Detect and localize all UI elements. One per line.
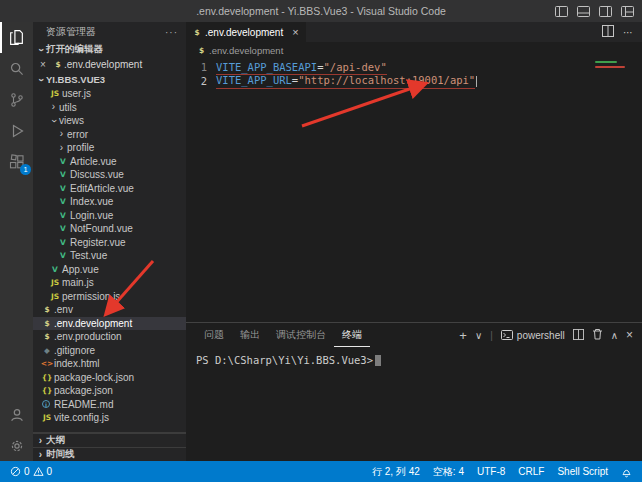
close-icon[interactable]: × [40,59,52,70]
env-file-icon: $ [197,46,206,55]
tree-item-Discuss-vue[interactable]: VDiscuss.vue [33,168,186,182]
tree-item-label: error [67,129,88,140]
text-cursor [476,76,477,87]
tree-item-App-vue[interactable]: VApp.vue [33,263,186,277]
tree-item-Test-vue[interactable]: VTest.vue [33,249,186,263]
tree-item-package-json[interactable]: {}package.json [33,384,186,398]
tree-item-permission-js[interactable]: JSpermission.js [33,290,186,304]
tree-item--env-production[interactable]: $.env.production [33,330,186,344]
extensions-icon[interactable]: 1 [0,146,33,177]
tab-close-icon[interactable]: × [292,26,298,38]
tree-item-views[interactable]: ›views [33,114,186,128]
env-file-icon: $ [193,28,201,37]
panel-tab-output[interactable]: 输出 [232,323,268,347]
account-icon[interactable] [0,399,33,430]
terminal-prompt: PS D:\CSharp\Yi\Yi.BBS.Vue3> [196,354,373,366]
minimap [595,61,629,71]
run-debug-icon[interactable] [0,115,33,146]
tree-item-profile[interactable]: ›profile [33,141,186,155]
project-root-header[interactable]: › YI.BBS.VUE3 [33,72,186,87]
chevron-down-icon: › [36,45,46,54]
tree-item-Index-vue[interactable]: VIndex.vue [33,195,186,209]
timeline-label: 时间线 [46,448,75,461]
tree-item--env-development[interactable]: $.env.development [33,317,186,331]
minimap-line [595,66,625,68]
tab-env-development[interactable]: $ .env.development × [186,22,306,42]
sidebar-more-actions-icon[interactable]: ··· [165,27,178,38]
window-title: .env.development - Yi.BBS.Vue3 - Visual … [196,5,446,17]
vue-file-icon: V [57,170,69,179]
close-panel-icon[interactable]: × [626,328,633,342]
vue-file-icon: V [49,265,61,274]
tree-item-EditArticle-vue[interactable]: VEditArticle.vue [33,182,186,196]
title-bar: .env.development - Yi.BBS.Vue3 - Visual … [0,0,642,22]
open-editor-item[interactable]: × $ .env.development [33,57,186,72]
tree-item-index-html[interactable]: <>index.html [33,357,186,371]
tree-item-Login-vue[interactable]: VLogin.vue [33,209,186,223]
tree-item--env[interactable]: $.env [33,303,186,317]
panel-tab-terminal[interactable]: 终端 [334,323,370,347]
vue-file-icon: V [57,238,69,247]
search-icon[interactable] [0,53,33,84]
notifications-bell-icon[interactable] [621,466,632,478]
terminal-content[interactable]: PS D:\CSharp\Yi\Yi.BBS.Vue3> [186,347,642,366]
breadcrumb[interactable]: $ .env.development [186,42,642,58]
terminal-profile-item[interactable]: powershell [501,330,565,341]
code-line-2[interactable]: 2VITE_APP_URL="http://localhost:19001/ap… [186,75,642,89]
html-file-icon: <> [41,359,53,368]
explorer-sidebar: 资源管理器 ··· › 打开的编辑器 × $ .env.development … [33,22,186,461]
toggle-sidebar-icon[interactable] [555,6,568,17]
encoding-status[interactable]: UTF-8 [477,466,505,477]
cursor-position-status[interactable]: 行 2, 列 42 [372,465,420,479]
code-lines[interactable]: 1VITE_APP_BASEAPI="/api-dev"2VITE_APP_UR… [186,58,642,322]
tree-item-main-js[interactable]: JSmain.js [33,276,186,290]
tree-item-NotFound-vue[interactable]: VNotFound.vue [33,222,186,236]
tree-item-label: main.js [62,277,94,288]
open-editors-header[interactable]: › 打开的编辑器 [33,42,186,57]
explorer-icon[interactable] [0,22,33,53]
minimap-line [595,61,617,63]
activity-bar: 1 [0,22,33,461]
js-file-icon: JS [41,413,53,422]
terminal-dropdown-icon[interactable]: ∨ [475,330,482,341]
split-editor-icon[interactable] [602,25,614,39]
outline-section-header[interactable]: › 大纲 [33,433,186,447]
language-mode-status[interactable]: Shell Script [557,466,608,477]
panel-tab-debug-console[interactable]: 调试控制台 [268,323,334,347]
split-terminal-icon[interactable] [573,329,584,342]
kill-terminal-trash-icon[interactable] [592,328,603,342]
tree-item-label: README.md [54,399,113,410]
sidebar-title-row: 资源管理器 ··· [33,22,186,42]
editor-tab-bar: $ .env.development × ⋯ [186,22,642,42]
customize-layout-icon[interactable] [621,6,634,17]
separator: | [490,330,493,341]
extensions-badge: 1 [20,164,31,175]
code-line-1[interactable]: 1VITE_APP_BASEAPI="/api-dev" [186,61,642,75]
panel-tab-problems[interactable]: 问题 [196,323,232,347]
tree-item-user-js[interactable]: JSuser.js [33,87,186,101]
more-actions-icon[interactable]: ⋯ [623,27,633,38]
activity-bar-spacer [0,177,33,399]
toggle-secondary-sidebar-icon[interactable] [599,6,612,17]
eol-status[interactable]: CRLF [518,466,544,477]
timeline-section-header[interactable]: › 时间线 [33,447,186,461]
new-terminal-icon[interactable]: + [459,329,467,342]
tab-label: .env.development [205,27,283,38]
indentation-status[interactable]: 空格: 4 [433,465,464,479]
tree-item-error[interactable]: ›error [33,128,186,142]
tree-item--gitignore[interactable]: ◆.gitignore [33,344,186,358]
problems-status[interactable]: 0 0 [10,466,52,477]
tree-item-label: user.js [62,88,91,99]
tree-item-package-lock-json[interactable]: {}package-lock.json [33,371,186,385]
source-control-icon[interactable] [0,84,33,115]
tree-item-README-md[interactable]: iREADME.md [33,398,186,412]
tree-item-vite-config-js[interactable]: JSvite.config.js [33,411,186,425]
settings-gear-icon[interactable] [0,430,33,461]
toggle-panel-icon[interactable] [577,6,590,17]
tree-item-Register-vue[interactable]: VRegister.vue [33,236,186,250]
tree-item-utils[interactable]: ›utils [33,101,186,115]
maximize-panel-icon[interactable]: ∧ [611,330,618,341]
tree-item-Article-vue[interactable]: VArticle.vue [33,155,186,169]
chevron-right-icon: › [57,143,66,153]
tree-item-label: vite.config.js [54,412,109,423]
